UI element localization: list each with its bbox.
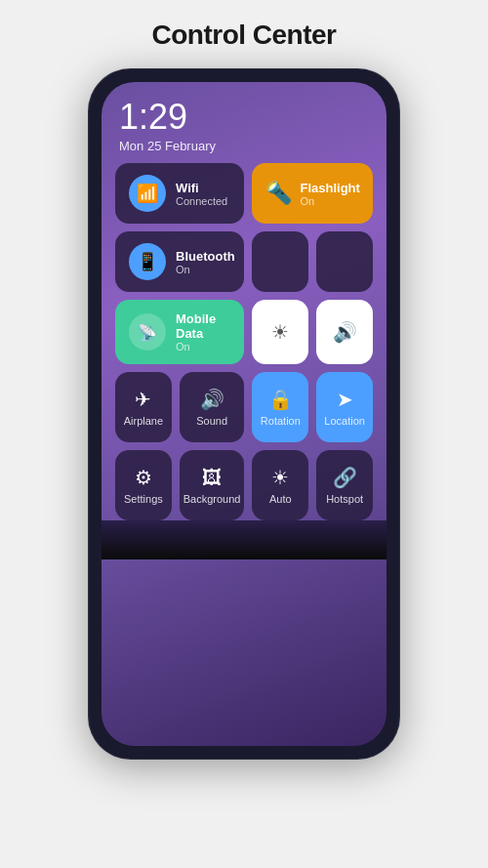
sound-tile[interactable]: 🔊 Sound xyxy=(180,372,245,442)
background-icon: 🖼 xyxy=(202,467,222,489)
screen-fade xyxy=(102,520,386,559)
mobiledata-icon-circle: 📡 xyxy=(129,313,166,351)
bluetooth-icon: 📱 xyxy=(137,251,158,272)
settings-icon: ⚙ xyxy=(135,466,152,489)
location-icon: ➤ xyxy=(337,388,353,411)
rotation-icon: 🔒 xyxy=(268,388,293,411)
page-title: Control Center xyxy=(152,20,337,51)
rotation-tile[interactable]: 🔒 Rotation xyxy=(252,372,308,442)
hotspot-tile[interactable]: 🔗 Hotspot xyxy=(316,450,373,520)
control-grid: 📶 Wifi Connected 🔦 Flashlight xyxy=(115,163,373,520)
volume-icon: 🔊 xyxy=(333,320,357,344)
airplane-icon: ✈ xyxy=(135,388,151,411)
bluetooth-sub: On xyxy=(176,264,235,275)
wifi-tile[interactable]: 📶 Wifi Connected xyxy=(115,163,244,224)
flashlight-label: Flashlight xyxy=(300,181,359,195)
flashlight-icon: 🔦 xyxy=(265,181,292,206)
brightness-tile[interactable]: ☀ xyxy=(252,300,308,364)
volume-tile[interactable]: 🔊 xyxy=(316,300,373,364)
sound-label: Sound xyxy=(196,415,227,427)
flashlight-tile[interactable]: 🔦 Flashlight On xyxy=(252,163,373,224)
location-label: Location xyxy=(324,415,365,427)
flashlight-sub: On xyxy=(300,195,359,207)
auto-label: Auto xyxy=(269,493,292,505)
settings-label: Settings xyxy=(124,493,163,505)
wifi-label: Wifi xyxy=(176,181,227,195)
mobiledata-label: Mobile Data xyxy=(176,311,230,341)
dark-tile-1[interactable] xyxy=(252,231,308,292)
page-container: Control Center 1:29 Mon 25 February 📶 xyxy=(0,20,488,760)
auto-tile[interactable]: ☀ Auto xyxy=(252,450,308,520)
mobiledata-icon: 📡 xyxy=(138,323,157,342)
dark-tile-2[interactable] xyxy=(316,231,373,292)
hotspot-icon: 🔗 xyxy=(333,466,357,489)
auto-icon: ☀ xyxy=(271,466,289,489)
phone-screen: 1:29 Mon 25 February 📶 Wifi Connected xyxy=(102,82,386,746)
time-display: 1:29 xyxy=(119,100,216,135)
bluetooth-label: Bluetooth xyxy=(176,249,235,264)
date-display: Mon 25 February xyxy=(119,139,216,153)
sound-icon: 🔊 xyxy=(200,388,224,411)
location-tile[interactable]: ➤ Location xyxy=(316,372,373,442)
background-label: Background xyxy=(183,493,241,505)
background-tile[interactable]: 🖼 Background xyxy=(180,450,245,520)
wifi-sub: Connected xyxy=(176,195,227,207)
bluetooth-tile[interactable]: 📱 Bluetooth On xyxy=(115,231,244,292)
bluetooth-icon-circle: 📱 xyxy=(129,243,166,280)
wifi-icon-circle: 📶 xyxy=(129,175,166,212)
brightness-icon: ☀ xyxy=(271,320,289,344)
settings-tile[interactable]: ⚙ Settings xyxy=(115,450,172,520)
rotation-label: Rotation xyxy=(261,415,301,427)
mobiledata-sub: On xyxy=(176,341,230,352)
phone-shell: 1:29 Mon 25 February 📶 Wifi Connected xyxy=(88,68,400,760)
status-bar: 1:29 Mon 25 February xyxy=(115,100,373,153)
hotspot-label: Hotspot xyxy=(326,493,363,505)
wifi-icon: 📶 xyxy=(137,183,158,204)
airplane-tile[interactable]: ✈ Airplane xyxy=(115,372,172,442)
airplane-label: Airplane xyxy=(124,415,163,427)
mobiledata-tile[interactable]: 📡 Mobile Data On xyxy=(115,300,244,364)
screen-background: 1:29 Mon 25 February 📶 Wifi Connected xyxy=(102,82,386,746)
